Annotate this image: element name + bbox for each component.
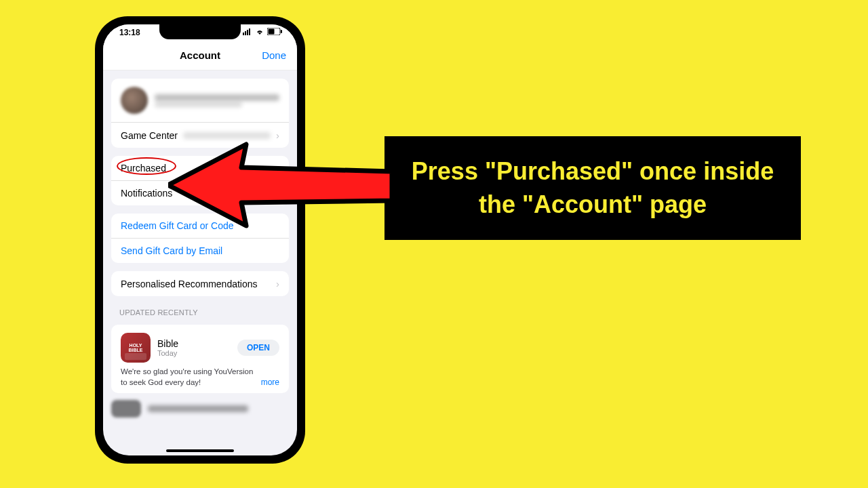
updated-recently-header: Updated Recently <box>119 308 281 317</box>
home-indicator[interactable] <box>166 449 234 452</box>
profile-name-blurred <box>155 94 279 101</box>
avatar <box>121 87 148 114</box>
app-row[interactable]: HOLY BIBLE Bible Today OPEN We're so gla… <box>111 325 289 393</box>
send-gift-label: Send Gift Card by Email <box>121 245 222 256</box>
notifications-label: Notifications <box>121 188 172 199</box>
svg-rect-3 <box>249 28 250 35</box>
updated-app-section: HOLY BIBLE Bible Today OPEN We're so gla… <box>111 325 289 393</box>
phone-frame: 13:18 51 Account Done <box>95 16 305 464</box>
purchased-label: Purchased <box>121 163 166 174</box>
blurred-text <box>148 405 248 412</box>
page-title: Account <box>180 49 220 61</box>
app-description: We're so glad you're using YouVersion to… <box>121 367 256 388</box>
pointer-arrow <box>168 134 392 236</box>
phone-screen: 13:18 51 Account Done <box>103 24 297 455</box>
next-app-blurred <box>111 400 289 418</box>
done-button[interactable]: Done <box>262 49 286 61</box>
profile-text <box>155 94 279 107</box>
app-name: Bible <box>157 338 231 349</box>
open-button[interactable]: OPEN <box>237 340 279 356</box>
svg-rect-5 <box>269 29 275 35</box>
svg-rect-2 <box>247 30 248 35</box>
nav-bar: Account Done <box>103 41 297 70</box>
blurred-icon <box>111 400 141 418</box>
status-right: 51 <box>243 28 282 37</box>
chevron-right-icon: › <box>276 278 279 289</box>
account-content[interactable]: Game Center › Purchased Notifications Re… <box>103 70 297 455</box>
app-icon-text2: BIBLE <box>129 348 143 352</box>
profile-row[interactable] <box>111 79 289 122</box>
svg-rect-6 <box>281 30 282 33</box>
svg-rect-1 <box>245 31 246 35</box>
personalised-label: Personalised Recommendations <box>121 279 258 289</box>
app-icon-text1: HOLY <box>130 343 142 348</box>
more-link[interactable]: more <box>261 377 279 388</box>
svg-marker-8 <box>168 144 392 226</box>
status-time: 13:18 <box>119 28 140 37</box>
personalised-row[interactable]: Personalised Recommendations › <box>111 271 289 296</box>
signal-icon <box>243 28 252 37</box>
app-subtitle: Today <box>157 349 231 357</box>
personalised-section: Personalised Recommendations › <box>111 271 289 296</box>
svg-rect-0 <box>243 33 244 35</box>
send-gift-row[interactable]: Send Gift Card by Email <box>111 238 289 263</box>
phone-notch <box>159 24 241 39</box>
svg-text:51: 51 <box>275 30 280 35</box>
profile-email-blurred <box>155 102 242 107</box>
instruction-box: Press "Purchased" once inside the "Accou… <box>384 136 801 240</box>
battery-icon: 51 <box>267 28 282 37</box>
app-icon: HOLY BIBLE <box>121 333 151 363</box>
wifi-icon <box>255 28 264 37</box>
